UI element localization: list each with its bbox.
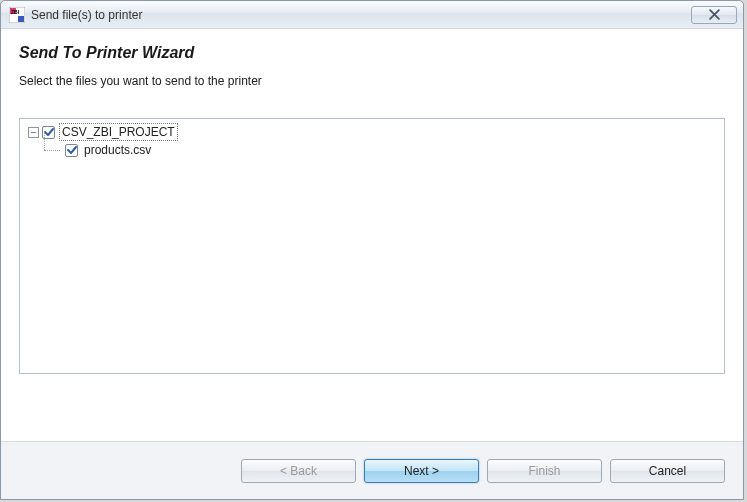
back-button: < Back xyxy=(241,459,356,483)
tree-child-row[interactable]: products.csv xyxy=(35,141,720,159)
expand-toggle-icon[interactable]: − xyxy=(28,127,39,138)
close-icon xyxy=(709,9,720,20)
wizard-subtitle: Select the files you want to send to the… xyxy=(19,74,725,88)
app-icon: ZBI xyxy=(9,7,25,23)
finish-button: Finish xyxy=(487,459,602,483)
checkmark-icon xyxy=(44,127,54,137)
svg-text:ZBI: ZBI xyxy=(11,9,20,15)
checkmark-icon xyxy=(67,145,77,155)
close-button[interactable] xyxy=(691,6,737,24)
checkbox-child[interactable] xyxy=(65,144,78,157)
tree-child-label[interactable]: products.csv xyxy=(82,142,153,158)
tree-root-row[interactable]: − CSV_ZBI_PROJECT xyxy=(24,123,720,141)
content-area: Send To Printer Wizard Select the files … xyxy=(1,29,743,499)
tree-connector-icon xyxy=(39,141,65,159)
wizard-title: Send To Printer Wizard xyxy=(19,44,725,62)
next-button[interactable]: Next > xyxy=(364,459,479,483)
dialog-window: ZBI Send file(s) to printer Send To Prin… xyxy=(0,0,744,500)
svg-rect-2 xyxy=(18,16,24,22)
tree-root-label[interactable]: CSV_ZBI_PROJECT xyxy=(59,123,178,141)
cancel-button[interactable]: Cancel xyxy=(610,459,725,483)
wizard-header: Send To Printer Wizard Select the files … xyxy=(1,30,743,104)
titlebar: ZBI Send file(s) to printer xyxy=(1,1,743,29)
button-bar: < Back Next > Finish Cancel xyxy=(1,441,743,499)
window-title: Send file(s) to printer xyxy=(31,8,691,22)
file-tree[interactable]: − CSV_ZBI_PROJECT products.csv xyxy=(19,118,725,374)
